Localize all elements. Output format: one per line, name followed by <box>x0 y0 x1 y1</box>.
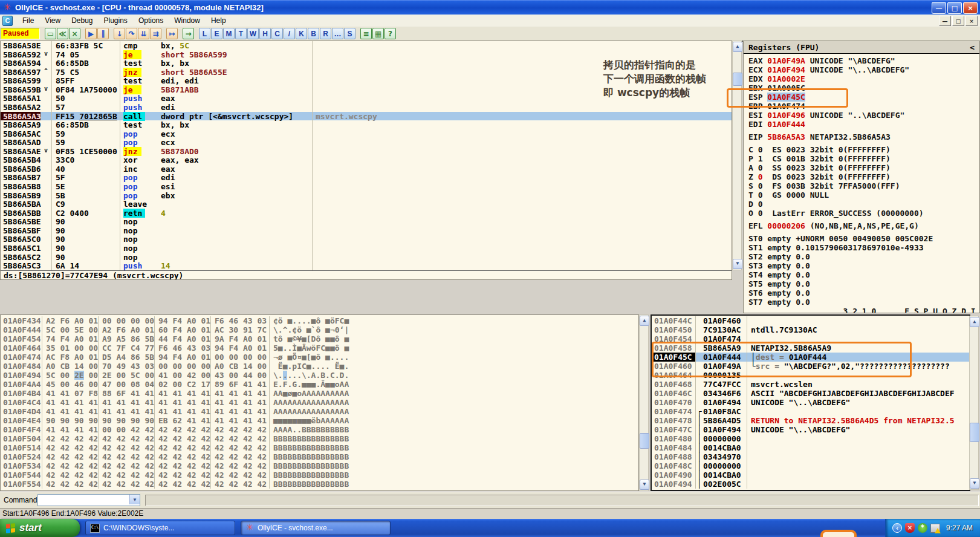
threads-window-button[interactable]: T <box>235 28 247 39</box>
register-line[interactable]: Z 0 DS 0023 32bit 0(FFFFFFFF) <box>748 172 979 181</box>
disasm-row[interactable]: 5B86A592v74 05jeshort 5B86A599 <box>1 50 732 59</box>
disasm-row[interactable]: 5B86A5BA C9leave <box>1 200 732 209</box>
dump-row[interactable]: 01A0F51442 42 42 4242 42 42 4242 42 42 4… <box>1 443 638 452</box>
mdi-close-button[interactable]: × <box>965 16 978 26</box>
dump-row[interactable]: 01A0F52442 42 42 4242 42 42 4242 42 42 4… <box>1 452 638 461</box>
animate-into-button[interactable]: ⇊ <box>138 28 149 39</box>
log-window-button[interactable]: L <box>199 28 210 39</box>
menu-item-help[interactable]: Help <box>206 15 232 26</box>
register-line[interactable]: ST4 empty 0.0 <box>748 270 979 279</box>
menu-item-options[interactable]: Options <box>133 15 169 26</box>
dump-row[interactable]: 01A0F54442 42 42 4242 42 42 4242 42 42 4… <box>1 470 638 480</box>
run-trace-window-button[interactable]: … <box>332 28 343 39</box>
icq-flower-icon[interactable]: * <box>918 523 927 533</box>
register-line[interactable]: ST7 empty 0.0 <box>748 298 979 307</box>
dump-row[interactable]: 01A0F4E490 90 90 9090 90 90 90EB 62 41 4… <box>1 416 638 425</box>
dump-row[interactable]: 01A0F55442 42 42 4242 42 42 4242 42 42 4… <box>1 480 638 489</box>
disasm-row[interactable]: 5B86A5AC 59popecx <box>1 129 732 138</box>
dump-row[interactable]: 01A0F484A0 CB 14 0070 49 43 0300 00 00 0… <box>1 362 638 371</box>
menu-item-view[interactable]: View <box>39 15 66 26</box>
command-input[interactable]: ▼ <box>37 494 140 506</box>
register-line[interactable]: C 0 ES 0023 32bit 0(FFFFFFFF) <box>748 145 979 154</box>
disasm-row[interactable]: 5B86A5AEv0F85 1CE50000jnz5B878AD0 <box>1 147 732 156</box>
dump-row[interactable]: 01A0F53442 42 42 4242 42 42 4242 42 42 4… <box>1 461 638 470</box>
windows-update-warning-icon[interactable] <box>930 524 940 533</box>
stack-row[interactable]: 01A0F484│0014CBA0 <box>652 443 969 452</box>
step-into-button[interactable]: ↓ <box>114 28 125 39</box>
dump-row[interactable]: 01A0F45474 F4 A0 01A9 A5 86 5B44 F4 A0 0… <box>1 334 638 343</box>
register-line[interactable]: EFL 00000206 (NO,NB,NE,A,NS,PE,GE,G) <box>748 221 979 230</box>
register-line[interactable]: T 0 GS 0000 NULL <box>748 190 979 200</box>
register-line[interactable]: A 0 SS 0023 32bit 0(FFFFFFFF) <box>748 163 979 172</box>
appearance-button[interactable]: ▦ <box>372 28 384 39</box>
executables-window-button[interactable]: E <box>211 28 222 39</box>
register-line[interactable]: ST2 empty 0.0 <box>748 252 979 261</box>
hide-icons-chevron-icon[interactable]: ‹ <box>892 523 902 533</box>
disasm-row[interactable]: 5B86A5BE 90nop <box>1 217 732 226</box>
run-button[interactable]: ▶ <box>85 28 97 39</box>
dump-row[interactable]: 01A0F50442 42 42 4242 42 42 4242 42 42 4… <box>1 434 638 443</box>
dropdown-arrow-icon[interactable]: ▼ <box>129 495 140 504</box>
dump-row[interactable]: 01A0F4945C 00 2E 002E 00 5C 0041 00 42 0… <box>1 371 638 380</box>
stack-scrollbar[interactable]: ▲ ▼ <box>969 316 979 490</box>
register-line[interactable]: ST5 empty 0.0 <box>748 279 979 288</box>
open-file-button[interactable]: ▭ <box>45 28 56 39</box>
disasm-row[interactable]: 5B86A5C1 90nop <box>1 244 732 253</box>
register-line[interactable]: ST3 empty 0.0 <box>748 261 979 270</box>
memory-window-button[interactable]: M <box>223 28 235 39</box>
disasm-row[interactable]: 5B86A5C2 90nop <box>1 253 732 262</box>
register-line[interactable]: D 0 <box>748 200 979 209</box>
collapse-pane-button[interactable]: < <box>970 43 975 52</box>
dump-row[interactable]: 01A0F434A2 F6 A0 0100 00 00 0094 F4 A0 0… <box>1 316 638 325</box>
disasm-row[interactable]: 5B86A5B7 5Fpopedi <box>1 173 732 182</box>
stack-row[interactable]: 01A0F494│002E005C <box>652 480 969 489</box>
animate-over-button[interactable]: ⇉ <box>150 28 161 39</box>
stack-row[interactable]: 01A0F478│5B86A4D5RETURN to NETAPI32.5B86… <box>652 416 969 425</box>
windows-list-button[interactable]: ≡ <box>360 28 372 39</box>
step-over-button[interactable]: ↷ <box>126 28 137 39</box>
close-button[interactable]: × <box>963 2 978 14</box>
disasm-row[interactable]: 5B86A5A2 57pushedi <box>1 103 732 112</box>
execute-till-return-button[interactable]: ↦ <box>166 28 178 39</box>
breakpoints-window-button[interactable]: B <box>308 28 319 39</box>
register-line[interactable]: EDI 01A0F444 <box>748 120 979 129</box>
stack-row[interactable]: 01A0F48C│00000000 <box>652 461 969 470</box>
stack-row[interactable]: 01A0F490│0014CBA0 <box>652 470 969 480</box>
disasm-row[interactable]: 5B86A5B6 40inceax <box>1 164 732 174</box>
call-stack-window-button[interactable]: K <box>296 28 307 39</box>
minimize-button[interactable]: — <box>932 2 946 14</box>
help-button[interactable]: ? <box>385 28 396 39</box>
register-line[interactable]: ECX 01A0F494 UNICODE "\..\ABCDEFG" <box>748 65 979 74</box>
security-alert-shield-icon[interactable]: × <box>905 523 915 533</box>
register-line[interactable]: O 0 LastErr ERROR_SUCCESS (00000000) <box>748 209 979 218</box>
disasm-row[interactable]: 5B86A5B4 33C0xoreax, eax <box>1 155 732 164</box>
stack-row[interactable]: 01A0F450 7C9130ACntdll.7C9130AC <box>652 325 969 334</box>
register-line[interactable]: EAX 01A0F49A UNICODE "\ABCDEFG" <box>748 56 979 65</box>
disasm-row[interactable]: 5B86A58E 66:83FB 5Ccmpbx, 5C <box>1 41 732 50</box>
register-line[interactable]: S 0 FS 003B 32bit 7FFA5000(FFF) <box>748 181 979 190</box>
register-line[interactable]: EDX 01A0002E <box>748 74 979 83</box>
stack-row[interactable]: 01A0F46C 034346F6ASCII "ABCDEFGHIJABCDEF… <box>652 389 969 398</box>
restart-button[interactable]: ≪ <box>57 28 68 39</box>
stack-row[interactable]: 01A0F474┌01A0F8AC <box>652 407 969 416</box>
dump-scrollbar[interactable]: ▲ ▼ <box>639 314 649 491</box>
register-line[interactable]: ESI 01A0F496 UNICODE "..\ABCDEFG" <box>748 111 979 120</box>
taskbar-task-ollyice[interactable]: ✳OllyICE - svchost.exe... <box>241 521 391 535</box>
stack-row[interactable]: 01A0F47C│01A0F494UNICODE "\..\ABCDEFG" <box>652 425 969 434</box>
disasm-row[interactable]: 5B86A5BB C2 0400retn4 <box>1 209 732 218</box>
patches-window-button[interactable]: / <box>284 28 295 39</box>
menu-item-debug[interactable]: Debug <box>66 15 98 26</box>
dump-row[interactable]: 01A0F4C441 41 41 4141 41 41 4141 41 41 4… <box>1 398 638 407</box>
disasm-row[interactable]: 5B86A5A3 FF15 7012865Bcalldword ptr [<&m… <box>1 112 732 121</box>
close-program-button[interactable]: × <box>69 28 80 39</box>
menu-item-file[interactable]: File <box>17 15 39 26</box>
windows-window-button[interactable]: W <box>247 28 259 39</box>
dump-row[interactable]: 01A0F4445C 00 5E 00A2 F6 A0 0160 F4 A0 0… <box>1 325 638 334</box>
stack-row[interactable]: 01A0F480│00000000 <box>652 434 969 443</box>
stack-row[interactable]: 01A0F470 01A0F494UNICODE "\..\ABCDEFG" <box>652 398 969 407</box>
stack-row[interactable]: 01A0F468 77C47FCCmsvcrt.wcslen <box>652 380 969 389</box>
dump-row[interactable]: 01A0F4F441 41 41 4100 00 42 4242 42 42 4… <box>1 425 638 434</box>
mdi-minimize-button[interactable]: — <box>939 16 951 26</box>
menu-item-window[interactable]: Window <box>169 15 206 26</box>
register-line[interactable]: 3 2 1 0 E S P U O Z D I <box>748 307 979 313</box>
